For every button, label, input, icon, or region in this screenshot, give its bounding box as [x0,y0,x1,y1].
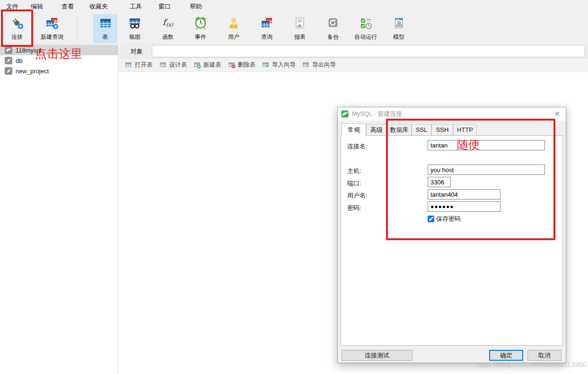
host-input[interactable] [428,165,545,175]
toolbar-backup-label: 备份 [327,33,339,41]
connection-plug-icon [10,16,24,30]
mysql-dolphin-icon [5,46,12,54]
menu-bar: 文件 编辑 查看 收藏夹 工具 窗口 帮助 [0,0,588,13]
menu-view[interactable]: 查看 [55,0,80,13]
username-label: 用户名: [347,191,368,200]
connection-name: db [16,57,22,64]
automation-icon [359,16,373,30]
dialog-title-bar[interactable]: MySQL - 新建连接 ✕ [338,107,566,121]
connection-tree: 118mysql db new_project [0,45,118,374]
toolbar-new-query-label: 新建查询 [41,33,63,41]
ok-button[interactable]: 确定 [489,350,523,361]
main-toolbar: 连接 新建查询 [0,13,588,44]
toolbar-query-button[interactable]: 查询 [254,14,280,43]
test-connection-button[interactable]: 连接测试 [342,350,412,361]
cancel-button[interactable]: 取消 [527,350,562,361]
design-table-icon [159,61,167,69]
toolbar-separator [77,17,78,40]
toolbar-table-label: 表 [103,33,108,41]
save-password-label: 保存密码 [436,215,461,223]
model-icon [392,16,406,30]
connection-name: new_project [16,68,49,75]
menu-window[interactable]: 窗口 [152,0,177,13]
event-clock-icon [193,16,208,30]
dialog-title: MySQL - 新建连接 [352,110,402,118]
navicat-mysql-icon [341,110,349,118]
import-wizard-label: 导入向导 [272,61,296,69]
toolbar-automation-button[interactable]: 自动运行 [351,14,381,43]
toolbar-backup-button[interactable]: 备份 [320,14,346,43]
new-table-button[interactable]: 新建表 [190,60,225,70]
connection-name: 118mysql [16,47,42,54]
host-label: 主机: [347,167,361,175]
design-table-button[interactable]: 设计表 [156,60,191,70]
toolbar-user-label: 用户 [228,33,239,41]
menu-help[interactable]: 帮助 [184,0,208,13]
new-table-label: 新建表 [203,61,221,69]
delete-table-label: 删除表 [238,61,256,69]
new-table-icon [193,61,201,69]
open-table-icon [125,61,132,69]
toolbar-function-label: 函数 [162,33,174,41]
toolbar-view-label: 视图 [129,33,140,41]
new-connection-dialog: MySQL - 新建连接 ✕ 常规 高级 数据库 SSL SSH HTTP 连接… [337,107,566,363]
toolbar-table-button[interactable]: 表 [93,14,117,43]
new-query-icon [45,16,59,30]
quill-icon [5,57,12,64]
table-icon [98,16,113,30]
report-icon [293,16,307,30]
tab-advanced[interactable]: 高级 [366,124,387,136]
toolbar-query-label: 查询 [261,33,272,41]
function-icon: f (x) [161,16,175,30]
tab-general[interactable]: 常规 [342,123,366,136]
password-input[interactable] [428,201,500,212]
dialog-tab-bar: 常规 高级 数据库 SSL SSH HTTP [338,123,566,136]
export-wizard-button[interactable]: 导出向导 [299,60,339,70]
menu-tools[interactable]: 工具 [123,0,148,13]
navicat-window: 文件 编辑 查看 收藏夹 工具 窗口 帮助 [0,0,588,374]
toolbar-connection-button[interactable]: 连接 [3,14,31,43]
toolbar-model-button[interactable]: 模型 [386,14,412,43]
toolbar-view-button[interactable]: 视图 [123,14,147,43]
import-wizard-button[interactable]: 导入向导 [259,60,299,70]
sidebar-item-db[interactable]: db [0,55,118,66]
toolbar-new-query-button[interactable]: 新建查询 [33,14,71,43]
toolbar-function-button[interactable]: f (x) 函数 [156,14,180,43]
port-input[interactable] [428,177,451,187]
sidebar-item-118mysql[interactable]: 118mysql [0,45,118,55]
close-icon[interactable]: ✕ [553,110,562,118]
menu-edit[interactable]: 编辑 [25,0,49,13]
tab-databases[interactable]: 数据库 [387,124,412,136]
sidebar-item-new-project[interactable]: new_project [0,66,118,76]
svg-text:(x): (x) [166,22,173,28]
backup-icon [326,16,340,30]
menu-file[interactable]: 文件 [0,0,25,13]
toolbar-event-label: 事件 [195,33,206,41]
port-label: 端口: [347,179,361,188]
open-table-button[interactable]: 打开表 [122,60,156,70]
connection-name-label: 连接名: [347,142,368,151]
toolbar-model-label: 模型 [393,33,404,41]
password-label: 密码: [347,204,361,212]
delete-table-button[interactable]: 删除表 [225,60,259,70]
tab-objects[interactable]: 对象 [123,45,151,58]
objects-tab-bar: 对象 [119,45,588,58]
tab-http[interactable]: HTTP [453,124,477,136]
connection-name-input[interactable] [428,140,545,150]
export-wizard-icon [302,61,310,69]
user-icon [227,16,241,30]
view-icon [128,16,142,30]
toolbar-report-button[interactable]: 报表 [287,14,313,43]
menu-favorites[interactable]: 收藏夹 [83,0,114,13]
save-password-row: 保存密码 [428,215,461,223]
toolbar-user-button[interactable]: 用户 [221,14,246,43]
delete-table-icon [228,61,236,69]
tab-ssh[interactable]: SSH [431,124,453,136]
toolbar-event-button[interactable]: 事件 [188,14,213,43]
export-wizard-label: 导出向导 [312,61,336,69]
tab-ssl[interactable]: SSL [412,124,431,136]
design-table-label: 设计表 [169,61,187,69]
username-input[interactable] [428,189,500,200]
open-table-label: 打开表 [135,61,153,69]
save-password-checkbox[interactable] [428,216,434,222]
